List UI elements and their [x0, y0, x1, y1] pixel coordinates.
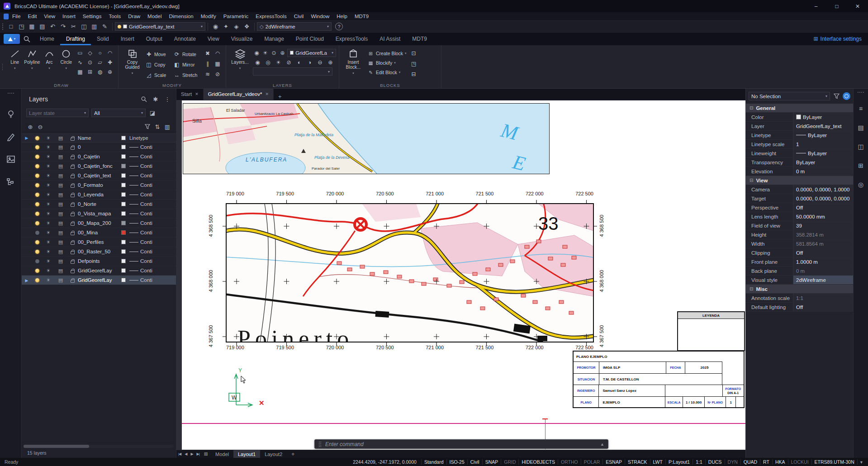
gradient-icon[interactable]: ◍: [95, 67, 104, 76]
interface-settings-button[interactable]: ⊞ Interface settings: [814, 36, 862, 42]
property-row[interactable]: Width 581.8564 m: [746, 239, 853, 248]
settings-icon[interactable]: ✱: [152, 95, 160, 103]
previous-layout-icon[interactable]: ◀: [183, 452, 189, 456]
ribbon-tab[interactable]: MDT9: [406, 33, 433, 45]
move-tool[interactable]: ✚Move: [145, 49, 173, 59]
command-bar-grip[interactable]: [318, 441, 322, 447]
polyline-tool-button[interactable]: Polyline▾: [24, 48, 40, 82]
layer-row[interactable]: ▶ ☀ ▤ Defpoints Conti: [22, 257, 176, 266]
table-icon[interactable]: ⊞: [85, 67, 95, 76]
ribbon-tab[interactable]: Manage: [258, 33, 289, 45]
menu-item[interactable]: MDT9: [351, 14, 372, 19]
paste-icon[interactable]: ▥: [89, 22, 100, 31]
layer-row[interactable]: ▶ ☀ ▤ 0 Conti: [22, 143, 176, 152]
status-toggle[interactable]: RT: [760, 459, 772, 465]
layer-filter-dropdown[interactable]: All▾: [91, 109, 146, 117]
layer-dropdown[interactable]: GridGeorefLay_text ▾: [115, 22, 205, 31]
layer-table-header[interactable]: ▶ ☀ ▤ Name Linetype: [22, 133, 176, 143]
trim-icon[interactable]: ≋: [203, 70, 212, 78]
close-tab-icon[interactable]: ✕: [265, 92, 269, 96]
status-toggle[interactable]: LOCKUI: [788, 459, 811, 465]
status-toggle[interactable]: SNAP: [482, 459, 501, 465]
property-row[interactable]: Linetype ByLayer: [746, 131, 853, 140]
layer-previous-icon[interactable]: ◐: [294, 58, 304, 67]
search-icon[interactable]: [140, 95, 148, 103]
status-toggle[interactable]: QUAD: [740, 459, 760, 465]
donut-icon[interactable]: ⊙: [85, 58, 95, 67]
last-layout-icon[interactable]: ▶|: [195, 452, 201, 456]
property-row[interactable]: Field of view 39: [746, 221, 853, 230]
pen-icon[interactable]: [5, 131, 17, 143]
filter-icon[interactable]: [832, 92, 841, 100]
ribbon-tab[interactable]: ExpressTools: [330, 33, 374, 45]
menu-item[interactable]: Settings: [79, 14, 105, 19]
property-row[interactable]: Layer GridGeorefLay_text: [746, 122, 853, 131]
layer-row[interactable]: ▶ ☀ ▤ 0_Cajetin Conti: [22, 152, 176, 162]
status-toggle[interactable]: POLAR: [581, 459, 603, 465]
menu-item[interactable]: Dimension: [165, 14, 197, 19]
delete-layer-icon[interactable]: ⊖: [36, 123, 44, 131]
layer-states-icon[interactable]: ❖: [242, 22, 252, 31]
drawing-canvas[interactable]: El Saladar Silla Urbanització La Casbah …: [176, 100, 745, 450]
ribbon-tab[interactable]: AI Assist: [374, 33, 406, 45]
scale-tool[interactable]: ◿Scale: [145, 70, 173, 80]
layer-row[interactable]: ▶ ☀ ▤ 00_Mapa_200 Conti: [22, 219, 176, 228]
grid-panel-icon[interactable]: ⊞: [856, 161, 866, 171]
command-expand-icon[interactable]: ▲: [600, 442, 604, 447]
menu-item[interactable]: Modify: [197, 14, 220, 19]
polygon-icon[interactable]: ◇: [85, 48, 95, 57]
layer-next-icon[interactable]: ◑: [305, 58, 314, 67]
rail-drag-handle[interactable]: [857, 91, 864, 94]
visual-style-dropdown[interactable]: ◇ 2dWireframe ▾: [257, 22, 332, 31]
menu-item[interactable]: ExpressTools: [252, 14, 290, 19]
layout-tab[interactable]: Layout1: [233, 450, 260, 458]
rectangle-icon[interactable]: ▭: [76, 48, 85, 57]
ribbon-tab[interactable]: Point Cloud: [290, 33, 330, 45]
boundary-icon[interactable]: ⊕: [105, 67, 114, 76]
layers-horizontal-scrollbar[interactable]: [24, 445, 174, 448]
layout-tab[interactable]: Layout2: [260, 450, 287, 458]
list-panel-icon[interactable]: ▤: [856, 123, 866, 133]
copy-guided-button[interactable]: Copy Guided▾: [121, 48, 143, 82]
stretch-tool[interactable]: ↔Stretch: [173, 70, 201, 80]
select-entities-icon[interactable]: [843, 92, 850, 100]
status-toggle[interactable]: STRACK: [625, 459, 650, 465]
property-row[interactable]: Annotation scale 1:1: [746, 294, 853, 303]
layer-thaw-icon[interactable]: ☀: [261, 48, 269, 57]
invert-filter-icon[interactable]: ◪: [148, 109, 157, 117]
menu-item[interactable]: Parametric: [220, 14, 252, 19]
array-icon[interactable]: ▦: [213, 59, 222, 68]
layer-row[interactable]: ▶ ☀ ▤ 0_Formato Conti: [22, 181, 176, 190]
menu-item[interactable]: Insert: [59, 14, 79, 19]
layer-on-icon[interactable]: ◉: [210, 22, 221, 31]
attach-reference-icon[interactable]: ⊡: [409, 49, 418, 57]
mirror-tool[interactable]: ◧Mirror: [173, 59, 201, 70]
layer-row[interactable]: ▶ ☀ ▤ 0_Cajetin_fonc Conti: [22, 162, 176, 171]
ribbon-tab[interactable]: Annotate: [168, 33, 202, 45]
structure-tree-icon[interactable]: [5, 176, 17, 188]
layer-row[interactable]: ▶ ☀ ▤ 00_Mina Conti: [22, 228, 176, 238]
menu-item[interactable]: Window: [307, 14, 333, 19]
match-properties-icon[interactable]: ✎: [100, 22, 110, 31]
open-document-icon[interactable]: ◳: [16, 22, 27, 31]
menu-item[interactable]: View: [40, 14, 59, 19]
menu-item[interactable]: Help: [333, 14, 351, 19]
merge-layer-icon[interactable]: ⊖: [315, 58, 325, 67]
circle-tool-button[interactable]: Circle▾: [59, 48, 74, 82]
property-row[interactable]: Transparency ByLayer: [746, 158, 853, 167]
edit-block-button[interactable]: ✎Edit Block▾: [366, 67, 408, 77]
image-panel-icon[interactable]: [5, 153, 17, 165]
new-document-tab-button[interactable]: +: [274, 93, 286, 100]
property-row[interactable]: Back plane 0 m: [746, 266, 853, 276]
status-toggle[interactable]: ETRS89.UTM-30N: [811, 459, 857, 465]
layout-list-icon[interactable]: ⊞: [201, 451, 211, 457]
freeze-layer-icon[interactable]: ⊘: [284, 58, 294, 67]
property-row[interactable]: Clipping Off: [746, 248, 853, 257]
layer-row[interactable]: ▶ ☀ ▤ 0_Cajetin_text Conti: [22, 171, 176, 181]
spline-icon[interactable]: ∿: [76, 58, 85, 67]
property-row[interactable]: Perspective Off: [746, 203, 853, 212]
region-icon[interactable]: ▱: [95, 58, 104, 67]
ribbon-tab[interactable]: Output: [140, 33, 168, 45]
document-tab[interactable]: GridGeorefLay_videov*✕: [204, 88, 274, 100]
menu-item[interactable]: Civil: [290, 14, 308, 19]
